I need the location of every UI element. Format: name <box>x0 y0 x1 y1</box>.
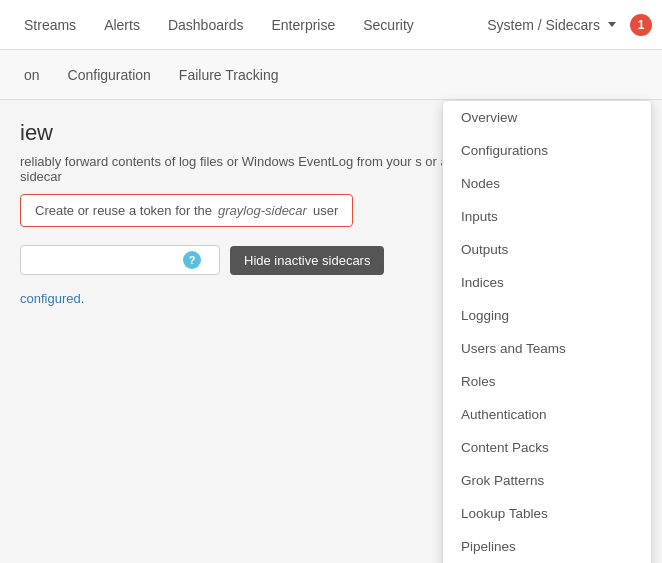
dropdown-item-nodes[interactable]: Nodes <box>443 167 651 200</box>
system-dropdown-menu: Overview Configurations Nodes Inputs Out… <box>442 100 652 563</box>
dropdown-item-configurations[interactable]: Configurations <box>443 134 651 167</box>
dropdown-item-grok-patterns[interactable]: Grok Patterns <box>443 464 651 497</box>
nav-enterprise[interactable]: Enterprise <box>257 0 349 50</box>
nav-alerts[interactable]: Alerts <box>90 0 154 50</box>
alert-badge[interactable]: 1 <box>630 14 652 36</box>
dropdown-item-pipelines[interactable]: Pipelines <box>443 530 651 563</box>
dropdown-item-inputs[interactable]: Inputs <box>443 200 651 233</box>
dropdown-item-overview[interactable]: Overview <box>443 101 651 134</box>
token-banner-prefix: Create or reuse a token for the <box>35 203 212 218</box>
sub-nav: on Configuration Failure Tracking <box>0 50 662 100</box>
token-banner-suffix: user <box>313 203 338 218</box>
nav-dashboards[interactable]: Dashboards <box>154 0 258 50</box>
sub-nav-configuration[interactable]: Configuration <box>54 50 165 100</box>
dropdown-item-outputs[interactable]: Outputs <box>443 233 651 266</box>
sub-nav-failure-tracking[interactable]: Failure Tracking <box>165 50 293 100</box>
dropdown-caret-icon <box>608 22 616 27</box>
dropdown-item-indices[interactable]: Indices <box>443 266 651 299</box>
dropdown-item-roles[interactable]: Roles <box>443 365 651 398</box>
dropdown-item-authentication[interactable]: Authentication <box>443 398 651 431</box>
search-input[interactable] <box>29 253 179 268</box>
dropdown-item-content-packs[interactable]: Content Packs <box>443 431 651 464</box>
nav-system-sidecars[interactable]: System / Sidecars <box>473 0 630 50</box>
help-icon[interactable]: ? <box>183 251 201 269</box>
main-content: iew reliably forward contents of log fil… <box>0 100 662 306</box>
sub-nav-overview[interactable]: on <box>10 50 54 100</box>
nav-security[interactable]: Security <box>349 0 428 50</box>
dropdown-item-users-teams[interactable]: Users and Teams <box>443 332 651 365</box>
token-banner[interactable]: Create or reuse a token for the graylog-… <box>20 194 353 227</box>
search-input-wrap: ? <box>20 245 220 275</box>
nav-streams[interactable]: Streams <box>10 0 90 50</box>
dropdown-item-logging[interactable]: Logging <box>443 299 651 332</box>
top-nav: Streams Alerts Dashboards Enterprise Sec… <box>0 0 662 50</box>
token-link[interactable]: graylog-sidecar <box>218 203 307 218</box>
dropdown-item-lookup-tables[interactable]: Lookup Tables <box>443 497 651 530</box>
hide-inactive-button[interactable]: Hide inactive sidecars <box>230 246 384 275</box>
page-description: reliably forward contents of log files o… <box>20 154 460 184</box>
